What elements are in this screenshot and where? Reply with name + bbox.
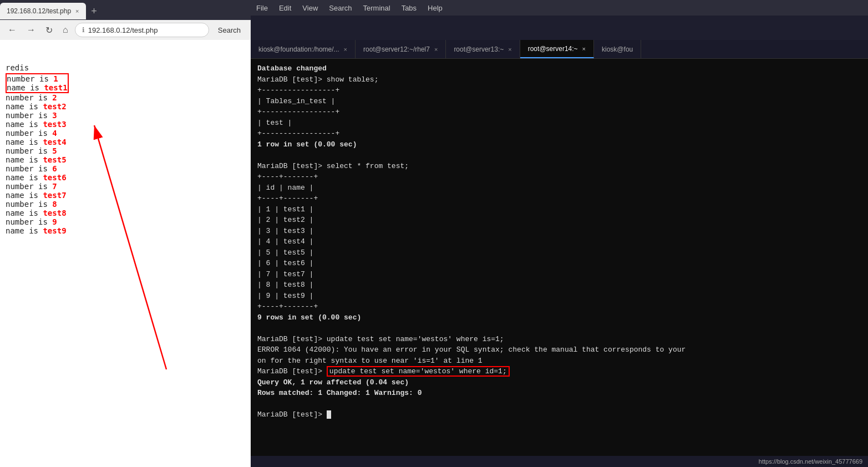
- name-line-6: name is test6: [6, 173, 245, 182]
- term-line-error2: on for the right syntax to use near 'is=…: [257, 356, 861, 367]
- term-line-test: | test |: [257, 118, 861, 129]
- term-line-query-ok: Query OK, 1 row affected (0.04 sec): [257, 377, 861, 388]
- term-line-r8: | 8 | test8 |: [257, 280, 861, 291]
- name-val-7: test7: [43, 191, 66, 200]
- refresh-button[interactable]: ↻: [42, 24, 56, 37]
- redis-label: redis: [6, 63, 245, 72]
- term-line-r3: | 3 | test3 |: [257, 226, 861, 237]
- term-line-9rows: 9 rows in set (0.00 sec): [257, 312, 861, 323]
- search-button[interactable]: Search: [212, 26, 246, 34]
- tab-label: kiosk@fou: [602, 45, 633, 53]
- browser-tab-bar: 192.168.0.12/test.php × +: [0, 0, 251, 20]
- term-line-update-err: MariaDB [test]> update test set name='we…: [257, 334, 861, 345]
- number-line-5: number is 5: [6, 146, 245, 155]
- tab-label: root@server12:~/rhel7: [363, 45, 430, 53]
- tab-server14[interactable]: root@server14:~ ×: [520, 40, 594, 58]
- term-line-update-ok: MariaDB [test]> update test set name='we…: [257, 366, 861, 377]
- name-val-6: test6: [43, 173, 66, 182]
- menu-tabs[interactable]: Tabs: [402, 4, 417, 12]
- tab-server13[interactable]: root@server13:~ ×: [446, 40, 520, 58]
- name-val-5: test5: [43, 155, 66, 164]
- tab-close-server12[interactable]: ×: [434, 46, 438, 53]
- number-line-3: number is 3: [6, 111, 245, 120]
- status-bar: https://blog.csdn.net/weixin_45777669: [251, 456, 868, 467]
- home-button[interactable]: ⌂: [59, 24, 72, 36]
- number-line-9: number is 9: [6, 217, 245, 226]
- tab-close-icon[interactable]: ×: [75, 8, 79, 14]
- number-val-3: 3: [52, 111, 57, 120]
- terminal-panel: Database changed MariaDB [test]> show ta…: [251, 59, 868, 467]
- term-line-rows-matched: Rows matched: 1 Changed: 1 Warnings: 0: [257, 388, 861, 399]
- forward-button[interactable]: →: [23, 24, 39, 36]
- terminal-menubar: File Edit View Search Terminal Tabs Help: [251, 0, 868, 16]
- name-val-8: test8: [43, 209, 66, 217]
- number-line-1: number is 1: [7, 74, 68, 83]
- number-val-6: 6: [52, 164, 57, 173]
- term-line-sep2: +-----------------+: [257, 106, 861, 118]
- term-line-blank1: [257, 150, 861, 161]
- url-bar[interactable]: ℹ 192.168.0.12/test.php: [75, 23, 209, 37]
- name-line-5: name is test5: [6, 155, 245, 164]
- tab-label: root@server14:~: [528, 45, 578, 53]
- cursor-block: [327, 410, 331, 419]
- new-tab-button[interactable]: +: [86, 3, 103, 19]
- name-val-4: test4: [43, 138, 66, 146]
- tab-server12[interactable]: root@server12:~/rhel7 ×: [356, 40, 446, 58]
- number-val-5: 5: [52, 146, 57, 155]
- term-line-error: ERROR 1064 (42000): You have an error in…: [257, 344, 861, 356]
- highlight-command: update test set name='westos' where id=1…: [327, 366, 510, 377]
- term-line-tsep3: +----+-------+: [257, 301, 861, 312]
- number-val-9: 9: [52, 217, 57, 226]
- back-button[interactable]: ←: [4, 24, 20, 36]
- term-line-db-changed: Database changed: [257, 63, 861, 74]
- number-val-4: 4: [52, 129, 57, 138]
- name-line-8: name is test8: [6, 209, 245, 217]
- browser-tab-active[interactable]: 192.168.0.12/test.php ×: [0, 3, 86, 19]
- name-line-2: name is test2: [6, 102, 245, 111]
- name-line-1: name is test1: [7, 83, 68, 92]
- term-line-r2: | 2 | test2 |: [257, 215, 861, 226]
- number-line-7: number is 7: [6, 182, 245, 191]
- term-line-r4: | 4 | test4 |: [257, 236, 861, 247]
- number-line-6: number is 6: [6, 164, 245, 173]
- tab-kiosk-fou[interactable]: kiosk@fou: [594, 40, 641, 58]
- menu-search[interactable]: Search: [329, 4, 352, 12]
- number-line-4: number is 4: [6, 129, 245, 138]
- url-text: 192.168.0.12/test.php: [88, 26, 158, 34]
- menu-help[interactable]: Help: [428, 4, 443, 12]
- terminal-output[interactable]: Database changed MariaDB [test]> show ta…: [251, 59, 868, 456]
- name-line-7: name is test7: [6, 191, 245, 200]
- menu-edit[interactable]: Edit: [279, 4, 291, 12]
- term-line-header: | Tables_in_test |: [257, 96, 861, 107]
- browser-nav-bar: ← → ↻ ⌂ ℹ 192.168.0.12/test.php Search: [0, 20, 251, 40]
- term-line-blank2: [257, 323, 861, 334]
- term-line-sep3: +-----------------+: [257, 128, 861, 139]
- term-line-r7: | 7 | test7 |: [257, 269, 861, 280]
- term-line-r6: | 6 | test6 |: [257, 258, 861, 269]
- tab-kiosk-foundation[interactable]: kiosk@foundation:/home/... ×: [251, 40, 356, 58]
- number-val-8: 8: [52, 200, 57, 209]
- name-val-2: test2: [43, 102, 66, 111]
- menu-view[interactable]: View: [302, 4, 318, 12]
- term-line-select: MariaDB [test]> select * from test;: [257, 161, 861, 172]
- number-val-1: 1: [53, 74, 58, 83]
- term-line-tsep2: +----+-------+: [257, 193, 861, 204]
- name-line-3: name is test3: [6, 120, 245, 129]
- number-line-2: number is 2: [6, 93, 245, 102]
- menu-file[interactable]: File: [256, 4, 268, 12]
- name-val-9: test9: [43, 226, 66, 235]
- browser-page-content: redis number is 1 name is test1 number i…: [0, 59, 251, 467]
- tab-close-server14[interactable]: ×: [582, 45, 586, 52]
- term-line-tsep1: +----+-------+: [257, 171, 861, 182]
- tab-close-kiosk[interactable]: ×: [344, 46, 347, 53]
- term-line-show: MariaDB [test]> show tables;: [257, 74, 861, 85]
- tab-close-server13[interactable]: ×: [508, 46, 511, 53]
- term-line-r5: | 5 | test5 |: [257, 247, 861, 258]
- status-url: https://blog.csdn.net/weixin_45777669: [759, 458, 862, 465]
- menu-terminal[interactable]: Terminal: [363, 4, 390, 12]
- name-val-3: test3: [43, 120, 66, 129]
- term-prompt: MariaDB [test]>: [257, 409, 861, 420]
- number-val-2: 2: [52, 93, 57, 102]
- term-line-1row: 1 row in set (0.00 sec): [257, 139, 861, 150]
- number-val-7: 7: [52, 182, 57, 191]
